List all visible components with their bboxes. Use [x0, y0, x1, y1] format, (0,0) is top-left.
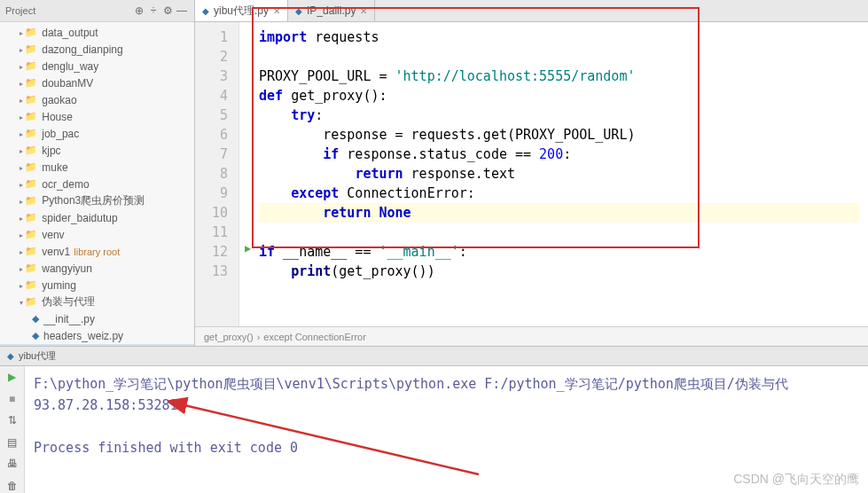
- print-icon[interactable]: 🖶: [4, 457, 20, 472]
- close-icon[interactable]: ✕: [360, 6, 367, 16]
- folder-icon: 📁: [20, 43, 37, 55]
- python-file-icon: ◆: [32, 330, 39, 341]
- gear-icon[interactable]: ⚙: [160, 4, 175, 17]
- folder-icon: 📁: [20, 195, 37, 207]
- tree-folder[interactable]: 📁ocr_demo: [0, 176, 194, 192]
- toggle-icon[interactable]: ⇅: [4, 413, 20, 428]
- hide-icon[interactable]: —: [175, 4, 189, 17]
- project-title: Project: [5, 5, 132, 16]
- tree-item-label: dazong_dianping: [42, 43, 122, 56]
- tree-folder[interactable]: 📁job_pac: [0, 125, 194, 142]
- stop-icon[interactable]: ■: [4, 392, 20, 407]
- editor-tabs: ◆yibu代理.py✕◆IP_daili.py✕: [195, 0, 868, 22]
- tree-file[interactable]: ◆headers_weiz.py: [0, 327, 194, 344]
- tree-folder[interactable]: 📁伪装与代理: [0, 293, 194, 310]
- project-header: Project ⊕ ÷ ⚙ —: [0, 0, 194, 22]
- folder-icon: 📁: [20, 111, 37, 122]
- code-line[interactable]: if __name__ == '__main__':: [259, 242, 859, 262]
- breadcrumb[interactable]: get_proxy() › except ConnectionError: [195, 326, 868, 346]
- tree-file[interactable]: ◆IP_daili.py: [0, 344, 194, 346]
- tab-label: IP_daili.py: [307, 4, 356, 17]
- folder-icon: 📁: [20, 279, 37, 291]
- code-line[interactable]: [259, 47, 859, 67]
- tree-file[interactable]: ◆__init__.py: [0, 310, 194, 327]
- folder-icon: 📁: [20, 128, 37, 139]
- code-line[interactable]: import requests: [259, 27, 859, 47]
- tree-folder[interactable]: 📁dazong_dianping: [0, 41, 194, 58]
- tree-folder[interactable]: 📁data_output: [0, 24, 194, 41]
- folder-icon: 📁: [20, 178, 37, 190]
- tree-item-label: House: [42, 111, 73, 123]
- folder-icon: 📁: [20, 145, 37, 156]
- breadcrumb-part[interactable]: except ConnectionError: [263, 332, 366, 342]
- tree-folder[interactable]: 📁Python3爬虫房价预测: [0, 192, 194, 209]
- tab-label: yibu代理.py: [214, 4, 269, 19]
- folder-icon: 📁: [20, 296, 37, 308]
- breadcrumb-part[interactable]: get_proxy(): [204, 332, 254, 342]
- code-line[interactable]: return None: [259, 203, 859, 223]
- tree-item-label: venv: [42, 229, 64, 241]
- folder-icon: 📁: [20, 246, 37, 257]
- editor-tab[interactable]: ◆IP_daili.py✕: [288, 0, 375, 21]
- console-toolbar: ▶ ■ ⇅ ▤ 🖶 🗑: [0, 366, 25, 493]
- folder-icon: 📁: [20, 77, 37, 89]
- code-line[interactable]: PROXY_POOL_URL = 'http://localhost:5555/…: [259, 67, 859, 86]
- tree-folder[interactable]: 📁doubanMV: [0, 74, 194, 91]
- editor-area[interactable]: 12345678910111213 ▶ import requestsPROXY…: [195, 22, 868, 326]
- tree-folder[interactable]: 📁gaokao: [0, 91, 194, 108]
- code-line[interactable]: print(get_proxy()): [259, 262, 859, 281]
- editor-panel: ◆yibu代理.py✕◆IP_daili.py✕ 123456789101112…: [195, 0, 868, 346]
- code-content[interactable]: import requestsPROXY_POOL_URL = 'http://…: [239, 22, 868, 326]
- folder-icon: 📁: [20, 27, 37, 38]
- code-line[interactable]: except ConnectionError:: [259, 184, 859, 203]
- tree-folder[interactable]: 📁venv: [0, 226, 194, 243]
- close-icon[interactable]: ✕: [273, 6, 280, 16]
- code-line[interactable]: try:: [259, 106, 859, 125]
- tree-folder[interactable]: 📁muke: [0, 159, 194, 176]
- collapse-icon[interactable]: ⊕: [132, 4, 146, 17]
- folder-icon: 📁: [20, 94, 37, 106]
- tree-item-label: denglu_way: [42, 60, 98, 73]
- tree-item-label: Python3爬虫房价预测: [42, 193, 145, 208]
- divide-icon[interactable]: ÷: [146, 4, 160, 17]
- code-line[interactable]: def get_proxy():: [259, 86, 859, 106]
- tree-folder[interactable]: 📁denglu_way: [0, 58, 194, 74]
- code-line[interactable]: return response.text: [259, 164, 859, 184]
- folder-icon: 📁: [20, 262, 37, 274]
- rerun-icon[interactable]: ▶: [4, 370, 20, 385]
- project-panel: Project ⊕ ÷ ⚙ — 📁data_output📁dazong_dian…: [0, 0, 195, 346]
- tree-item-label: muke: [42, 161, 67, 174]
- tree-item-label: headers_weiz.py: [43, 330, 123, 342]
- code-line[interactable]: response = requests.get(PROXY_POOL_URL): [259, 125, 859, 145]
- code-line[interactable]: [259, 223, 859, 242]
- folder-icon: 📁: [20, 60, 37, 72]
- gutter: 12345678910111213: [195, 22, 239, 326]
- tree-item-label: kjpc: [42, 145, 60, 157]
- tree-item-label: gaokao: [42, 94, 76, 106]
- python-icon: ◆: [202, 6, 209, 16]
- tree-item-label: data_output: [42, 27, 98, 39]
- layout-icon[interactable]: ▤: [4, 435, 20, 450]
- project-tree[interactable]: 📁data_output📁dazong_dianping📁denglu_way📁…: [0, 22, 194, 346]
- python-icon: ◆: [7, 351, 14, 361]
- tree-item-label: __init__.py: [43, 313, 95, 325]
- tree-folder[interactable]: 📁wangyiyun: [0, 260, 194, 277]
- library-root-label: library root: [74, 246, 120, 257]
- run-tab-bar: ◆ yibu代理: [0, 346, 868, 365]
- tree-folder[interactable]: 📁venv1library root: [0, 243, 194, 260]
- trash-icon[interactable]: 🗑: [4, 479, 20, 494]
- tree-folder[interactable]: 📁kjpc: [0, 142, 194, 159]
- tree-item-label: spider_baidutup: [42, 212, 117, 224]
- python-icon: ◆: [295, 6, 302, 16]
- tree-folder[interactable]: 📁House: [0, 108, 194, 125]
- folder-icon: 📁: [20, 229, 37, 240]
- tree-item-label: 伪装与代理: [42, 294, 95, 309]
- editor-tab[interactable]: ◆yibu代理.py✕: [195, 0, 288, 21]
- code-line[interactable]: if response.status_code == 200:: [259, 145, 859, 164]
- tree-folder[interactable]: 📁yuming: [0, 277, 194, 293]
- tree-item-label: yuming: [42, 279, 76, 292]
- run-tab-label[interactable]: yibu代理: [19, 349, 56, 363]
- tree-item-label: doubanMV: [42, 77, 93, 90]
- tree-item-label: job_pac: [42, 128, 79, 140]
- tree-folder[interactable]: 📁spider_baidutup: [0, 209, 194, 226]
